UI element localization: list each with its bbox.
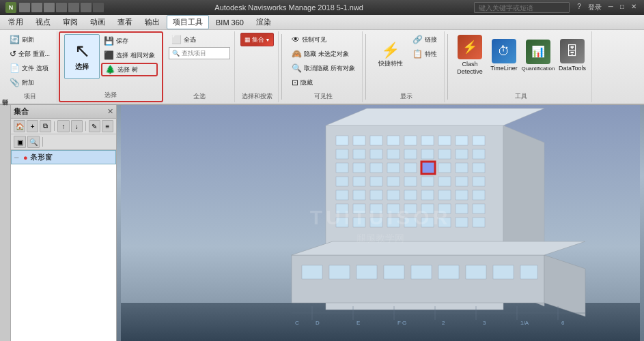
svg-text:C: C xyxy=(295,320,299,326)
panel-close-btn[interactable]: ✕ xyxy=(107,107,113,116)
menu-output[interactable]: 输出 xyxy=(139,16,165,29)
menu-view[interactable]: 查看 xyxy=(112,16,138,29)
minimize-btn[interactable]: ─ xyxy=(606,3,615,12)
link-btn[interactable]: 🔗 链接 xyxy=(410,33,440,46)
svg-rect-42 xyxy=(353,190,365,200)
quick-prop-btn[interactable]: ⚡ 快捷特性 xyxy=(373,33,408,78)
svg-rect-41 xyxy=(336,190,348,200)
panel-tool-home[interactable]: 🏠 xyxy=(14,120,25,132)
new-icon[interactable] xyxy=(19,3,30,12)
allselect-icon: ⬜ xyxy=(171,35,182,44)
options-icon[interactable] xyxy=(93,3,104,12)
panel-tool-copy[interactable]: ⧉ xyxy=(40,120,51,132)
svg-text:D: D xyxy=(316,320,320,326)
tab-select-tree[interactable]: 选择树 xyxy=(0,108,10,113)
panel-title: 集合 xyxy=(14,106,104,117)
svg-rect-77 xyxy=(466,265,486,279)
ribbon-content: 🔄 刷新 ↺ 全部 重置... 📄 文件 选项 📎 附加 xyxy=(0,30,644,104)
select-same-btn[interactable]: ⬛ 选择 相同对象 xyxy=(101,48,158,62)
file-options-btn[interactable]: 📄 文件 选项 xyxy=(7,61,53,75)
global-search-input[interactable] xyxy=(474,2,570,13)
panel-tool-filter[interactable]: ≡ xyxy=(102,120,113,132)
svg-rect-9 xyxy=(404,136,417,145)
svg-rect-45 xyxy=(404,190,417,200)
svg-rect-22 xyxy=(473,149,485,159)
ribbon-group-set: ▦ 集合 ▼ 选择和搜索 xyxy=(236,31,279,102)
title-bar-left: N xyxy=(5,2,104,13)
menu-review[interactable]: 审阅 xyxy=(57,16,83,29)
panel-tool-add[interactable]: + xyxy=(27,120,38,132)
property-btn[interactable]: 📋 特性 xyxy=(410,47,440,61)
save-selection-btn[interactable]: 💾 保存 xyxy=(101,34,158,48)
save-icon[interactable] xyxy=(44,3,55,12)
set-dropdown-icon: ▼ xyxy=(266,38,270,42)
hide-selected-icon: ⊡ xyxy=(292,78,298,87)
unhide-all-btn[interactable]: 🔍 取消隐藏 所有对象 xyxy=(289,61,358,75)
svg-rect-36 xyxy=(404,177,417,186)
datatools-btn[interactable]: 🗄 DataTools xyxy=(557,33,587,78)
allselect-group-content: ⬜ 全选 🔍 查找项目 xyxy=(169,33,230,91)
svg-rect-58 xyxy=(473,204,485,213)
select-tree-btn[interactable]: 🌲 选择 树 xyxy=(101,63,158,76)
svg-rect-15 xyxy=(353,149,365,159)
svg-rect-7 xyxy=(370,136,382,145)
tree-item-stripwindow[interactable]: ─ ● 条形窗 xyxy=(11,150,116,164)
login-btn[interactable]: 登录 xyxy=(586,3,604,12)
hide-btn[interactable]: ⊡ 隐藏 xyxy=(289,76,358,89)
left-tab-strip: 选择树 xyxy=(0,105,11,341)
svg-rect-10 xyxy=(421,136,434,145)
panel-tool-down[interactable]: ↓ xyxy=(71,120,83,132)
attach-btn[interactable]: 📎 附加 xyxy=(7,76,53,89)
3d-viewport[interactable]: C D E F·G 2 3 1/A 6 TUITUISOR 腿腿教学网 xyxy=(117,105,644,341)
redo-icon[interactable] xyxy=(68,3,79,12)
close-btn[interactable]: ✕ xyxy=(629,3,639,12)
ribbon: 🔄 刷新 ↺ 全部 重置... 📄 文件 选项 📎 附加 xyxy=(0,30,644,105)
svg-rect-39 xyxy=(456,177,468,186)
force-visible-btn[interactable]: 👁 强制可见 xyxy=(289,33,358,46)
separator-3 xyxy=(447,34,448,100)
quick-find-input[interactable]: 🔍 查找项目 xyxy=(169,47,230,59)
svg-rect-40 xyxy=(473,177,485,186)
svg-rect-6 xyxy=(353,136,365,145)
display-col2: 🔗 链接 📋 特性 xyxy=(410,33,440,61)
svg-rect-43 xyxy=(370,190,382,200)
hide-unselected-btn[interactable]: 🙈 隐藏 未选定对象 xyxy=(289,47,358,61)
panel-tool-group[interactable]: ▣ xyxy=(14,136,26,148)
datatools-icon: 🗄 xyxy=(560,39,585,63)
svg-rect-14 xyxy=(336,149,348,159)
menu-bim360[interactable]: BIM 360 xyxy=(210,17,249,28)
menu-viewport[interactable]: 视点 xyxy=(30,16,56,29)
panel-tool-up[interactable]: ↑ xyxy=(57,120,69,132)
svg-rect-13 xyxy=(473,136,485,145)
sync-icon[interactable] xyxy=(81,3,92,12)
clash-detective-btn[interactable]: ⚡ Clash Detective xyxy=(455,33,485,78)
svg-rect-31 xyxy=(473,163,485,173)
all-select-btn[interactable]: ⬜ 全选 xyxy=(169,33,230,46)
help-btn[interactable]: ? xyxy=(575,3,583,12)
maximize-btn[interactable]: □ xyxy=(618,3,626,12)
visibility-group-label: 可见性 xyxy=(314,91,333,101)
building-model: C D E F·G 2 3 1/A 6 TUITUISOR 腿腿教学网 xyxy=(117,105,644,341)
quick-prop-icon: ⚡ xyxy=(381,43,400,58)
svg-rect-20 xyxy=(438,149,451,159)
ribbon-group-display: ⚡ 快捷特性 🔗 链接 📋 特性 显示 xyxy=(369,31,445,102)
select-main-btn[interactable]: ↖ 选择 xyxy=(64,34,100,79)
set-combo-btn[interactable]: ▦ 集合 ▼ xyxy=(240,33,275,46)
open-icon[interactable] xyxy=(31,3,42,12)
menu-animation[interactable]: 动画 xyxy=(85,16,111,29)
svg-rect-48 xyxy=(456,190,468,200)
hide-icon: 🙈 xyxy=(292,49,302,59)
quantification-btn[interactable]: 📊 Quantification xyxy=(523,33,553,78)
menu-project-tools[interactable]: 项目工具 xyxy=(167,15,209,29)
panel-tool-edit[interactable]: ✎ xyxy=(89,120,100,132)
tools-group-label: 工具 xyxy=(515,91,527,101)
panel-tool-search[interactable]: 🔍 xyxy=(27,136,40,148)
menu-render[interactable]: 渲染 xyxy=(251,16,277,29)
undo-icon[interactable] xyxy=(56,3,67,12)
timeliner-btn[interactable]: ⏱ TimeLiner xyxy=(489,33,519,78)
refresh-btn[interactable]: 🔄 刷新 xyxy=(7,33,53,46)
svg-rect-44 xyxy=(387,190,400,200)
menu-common[interactable]: 常用 xyxy=(3,16,29,29)
ribbon-group-select: ↖ 选择 💾 保存 ⬛ 选择 相同对象 🌲 选择 树 xyxy=(59,31,163,102)
reset-all-btn[interactable]: ↺ 全部 重置... xyxy=(7,47,53,61)
